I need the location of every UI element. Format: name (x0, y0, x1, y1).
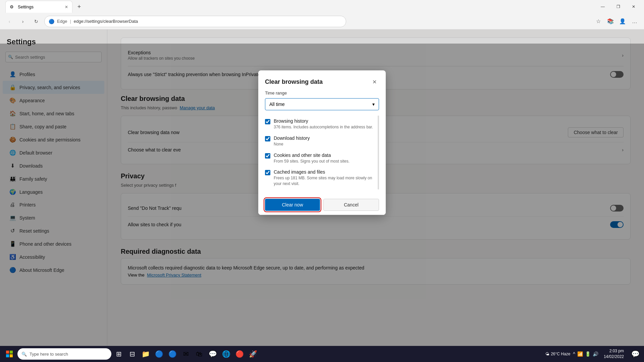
weather-text: 26°C Haze (551, 352, 570, 356)
tab-settings-icon: ⚙ (10, 4, 15, 10)
mail-icon[interactable]: ✉ (180, 348, 192, 360)
clock[interactable]: 2:03 pm 14/02/2022 (601, 347, 627, 361)
search-icon: 🔍 (21, 352, 27, 357)
cookies-checkbox[interactable] (265, 153, 270, 159)
address-bar[interactable]: 🔵 Edge | edge://settings/clearBrowserDat… (44, 16, 346, 27)
widgets-button[interactable]: ⊟ (126, 348, 138, 360)
cached-images-desc: Frees up 181 MB. Some sites may load mor… (274, 175, 378, 187)
tab-title: Settings (18, 4, 62, 9)
svg-rect-2 (6, 354, 9, 357)
new-tab-button[interactable]: + (74, 1, 85, 12)
minimize-button[interactable]: — (595, 1, 610, 12)
clear-browsing-modal: Clear browsing data ✕ Time range All tim… (258, 70, 386, 215)
url-text: edge://settings/clearBrowserData (74, 19, 342, 24)
favorites-icon[interactable]: ☆ (593, 16, 604, 27)
cookies-item: Cookies and other site data From 59 site… (265, 150, 378, 167)
checkbox-scroll-area: Browsing history 376 items. Includes aut… (265, 116, 379, 189)
browsing-history-title: Browsing history (274, 118, 378, 124)
start-button[interactable] (3, 347, 16, 361)
system-tray[interactable]: ^ 📶 🔋 🔊 (573, 351, 598, 357)
download-history-desc: None (274, 141, 378, 147)
time-range-label: Time range (265, 90, 379, 96)
settings-more-icon[interactable]: … (629, 16, 640, 27)
browsing-history-checkbox[interactable] (265, 119, 270, 124)
chrome-icon[interactable]: 🌐 (220, 348, 232, 360)
taskbar-search-placeholder: Type here to search (30, 352, 68, 357)
download-history-title: Download history (274, 135, 378, 141)
download-history-checkbox[interactable] (265, 136, 270, 141)
time-range-select[interactable]: All time ▾ (265, 98, 379, 110)
site-icon: 🔵 (49, 19, 54, 24)
taskbar: 🔍 Type here to search ⊞ ⊟ 📁 🔵 🔵 ✉ 🛍 💬 🌐 … (0, 346, 644, 362)
address-separator: | (70, 19, 71, 24)
modal-body: Time range All time ▾ Browsing history 3… (258, 90, 386, 195)
maximize-button[interactable]: ❐ (610, 1, 626, 12)
svg-rect-0 (6, 351, 9, 354)
cookies-desc: From 59 sites. Signs you out of most sit… (274, 159, 378, 164)
browsing-history-label: Browsing history 376 items. Includes aut… (274, 118, 378, 130)
edge-label: Edge (57, 19, 67, 24)
weather-icon: 🌤 (545, 352, 549, 356)
notifications-button[interactable]: 💬 (629, 348, 641, 360)
forward-button[interactable]: › (17, 16, 28, 27)
date-display: 14/02/2022 (604, 354, 624, 360)
browser-tab[interactable]: ⚙ Settings ✕ (5, 1, 72, 13)
cancel-button[interactable]: Cancel (323, 199, 379, 211)
cookies-title: Cookies and other site data (274, 153, 378, 158)
browsing-history-item: Browsing history 376 items. Includes aut… (265, 116, 378, 133)
time-range-chevron: ▾ (372, 102, 375, 107)
cached-images-checkbox[interactable] (265, 170, 270, 175)
chevron-up-icon: ^ (573, 351, 575, 357)
collections-icon[interactable]: 📚 (605, 16, 616, 27)
rocket-icon[interactable]: 🚀 (247, 348, 259, 360)
modal-close-button[interactable]: ✕ (370, 77, 379, 86)
cached-images-label: Cached images and files Frees up 181 MB.… (274, 169, 378, 187)
refresh-button[interactable]: ↻ (31, 16, 42, 27)
close-button[interactable]: ✕ (626, 1, 641, 12)
time-range-value: All time (269, 102, 285, 107)
svg-rect-3 (10, 354, 13, 357)
clear-now-button[interactable]: Clear now (265, 199, 320, 211)
skype-icon[interactable]: 💬 (207, 348, 219, 360)
modal-footer: Clear now Cancel (258, 195, 386, 215)
file-explorer-icon[interactable]: 📁 (140, 348, 152, 360)
cached-images-title: Cached images and files (274, 169, 378, 175)
tab-close-button[interactable]: ✕ (65, 5, 68, 9)
download-history-label: Download history None (274, 135, 378, 147)
word-icon[interactable]: 🔵 (166, 348, 178, 360)
modal-title: Clear browsing data (265, 78, 323, 85)
taskview-button[interactable]: ⊞ (113, 348, 125, 360)
battery-icon: 🔋 (585, 351, 591, 357)
cookies-label: Cookies and other site data From 59 site… (274, 153, 378, 164)
taskbar-right: 🌤 26°C Haze ^ 📶 🔋 🔊 2:03 pm 14/02/2022 💬 (545, 347, 641, 361)
store-icon[interactable]: 🛍 (193, 348, 205, 360)
volume-icon: 🔊 (593, 351, 598, 357)
browsing-history-desc: 376 items. Includes autocompletions in t… (274, 124, 378, 130)
edge-icon[interactable]: 🔵 (153, 348, 165, 360)
modal-overlay: Clear browsing data ✕ Time range All tim… (0, 44, 644, 349)
svg-rect-1 (10, 351, 13, 354)
network-icon: 📶 (577, 351, 583, 357)
taskbar-search[interactable]: 🔍 Type here to search (17, 348, 111, 360)
weather-widget[interactable]: 🌤 26°C Haze (545, 352, 570, 356)
modal-header: Clear browsing data ✕ (258, 70, 386, 90)
profile-icon[interactable]: 👤 (617, 16, 628, 27)
opera-icon[interactable]: 🔴 (233, 348, 246, 360)
cached-images-item: Cached images and files Frees up 181 MB.… (265, 167, 378, 189)
back-button[interactable]: ‹ (4, 16, 15, 27)
download-history-item: Download history None (265, 133, 378, 150)
time-display: 2:03 pm (604, 348, 624, 354)
